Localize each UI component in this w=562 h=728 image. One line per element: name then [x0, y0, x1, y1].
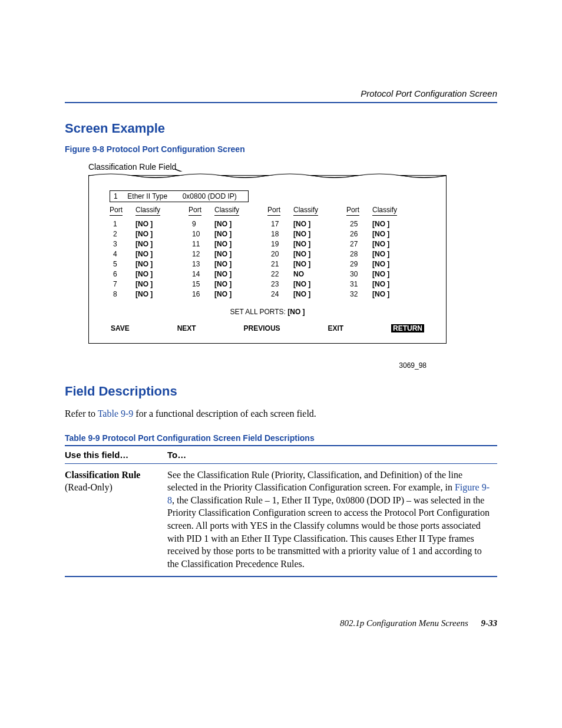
port-classify-value[interactable]: [NO ] — [135, 289, 177, 299]
port-column: PortClassify9[NO ]10[NO ]11[NO ]12[NO ]1… — [189, 206, 267, 299]
port-number: 19 — [267, 239, 293, 249]
page-footer: 802.1p Configuration Menu Screens 9-33 — [65, 618, 497, 628]
port-classify-value[interactable]: [NO ] — [293, 219, 335, 229]
port-classify-value[interactable]: [NO ] — [135, 239, 177, 249]
next-button[interactable]: NEXT — [177, 324, 196, 332]
column-underline — [346, 215, 425, 216]
port-number: 21 — [267, 259, 293, 269]
desc-part-a: See the Classification Rule (Priority, C… — [167, 470, 462, 493]
port-classify-value[interactable]: [NO ] — [293, 259, 335, 269]
port-number: 22 — [267, 269, 293, 279]
classification-def: 0x0800 (DOD IP) — [183, 192, 244, 200]
port-classify-value[interactable]: [NO ] — [372, 279, 414, 289]
previous-button[interactable]: PREVIOUS — [244, 324, 280, 332]
port-number: 1 — [110, 219, 135, 229]
port-classify-value[interactable]: [NO ] — [135, 229, 177, 239]
port-number: 32 — [346, 289, 372, 299]
page-header-right: Protocol Port Configuration Screen — [65, 88, 497, 98]
port-row: 12[NO ] — [189, 249, 267, 259]
port-classify-value[interactable]: [NO ] — [135, 279, 177, 289]
port-classify-value[interactable]: [NO ] — [293, 289, 335, 299]
port-row: 4[NO ] — [110, 249, 189, 259]
column-underline — [267, 215, 346, 216]
port-row: 3[NO ] — [110, 239, 189, 249]
port-row: 11[NO ] — [189, 239, 267, 249]
port-classify-value[interactable]: [NO ] — [372, 289, 414, 299]
port-number: 11 — [189, 239, 214, 249]
field-sub: (Read-Only) — [65, 482, 113, 492]
port-classify-value[interactable]: [NO ] — [293, 249, 335, 259]
refer-text: Refer to Table 9-9 for a functional desc… — [65, 407, 497, 420]
port-row: 27[NO ] — [346, 239, 425, 249]
port-classify-value[interactable]: [NO ] — [214, 259, 256, 269]
port-classify-value[interactable]: [NO ] — [214, 239, 256, 249]
port-table: PortClassify1[NO ]2[NO ]3[NO ]4[NO ]5[NO… — [110, 206, 425, 299]
port-classify-value[interactable]: [NO ] — [214, 219, 256, 229]
figure-caption: Figure 9-8 Protocol Port Configuration S… — [65, 144, 497, 154]
exit-button[interactable]: EXIT — [328, 324, 343, 332]
svg-rect-2 — [88, 172, 447, 175]
column-header-port: Port — [110, 206, 135, 214]
port-number: 4 — [110, 249, 135, 259]
port-classify-value[interactable]: [NO ] — [293, 239, 335, 249]
port-classify-value[interactable]: [NO ] — [214, 229, 256, 239]
set-all-ports-value[interactable]: [NO ] — [287, 308, 305, 316]
set-all-ports-row: SET ALL PORTS: [NO ] — [110, 308, 425, 316]
footer-page-number: 9-33 — [481, 618, 498, 628]
port-classify-value[interactable]: [NO ] — [214, 269, 256, 279]
header-rule — [65, 102, 497, 103]
port-number: 6 — [110, 269, 135, 279]
wavy-border-icon — [88, 172, 447, 180]
port-row: 1[NO ] — [110, 219, 189, 229]
column-header-row: PortClassify — [346, 206, 425, 214]
footer-text: 802.1p Configuration Menu Screens — [340, 618, 468, 628]
port-row: 17[NO ] — [267, 219, 346, 229]
port-classify-value[interactable]: [NO ] — [372, 219, 414, 229]
port-row: 30[NO ] — [346, 269, 425, 279]
port-number: 13 — [189, 259, 214, 269]
desc-part-b: , the Classification Rule – 1, Ether II … — [167, 495, 490, 569]
port-classify-value[interactable]: [NO ] — [372, 249, 414, 259]
port-number: 29 — [346, 259, 372, 269]
port-classify-value[interactable]: [NO ] — [214, 249, 256, 259]
button-row: SAVE NEXT PREVIOUS EXIT RETURN — [110, 324, 425, 332]
port-classify-value[interactable]: [NO ] — [372, 229, 414, 239]
port-classify-value[interactable]: [NO ] — [372, 239, 414, 249]
table-9-9-link[interactable]: Table 9-9 — [98, 409, 134, 419]
port-row: 21[NO ] — [267, 259, 346, 269]
port-row: 20[NO ] — [267, 249, 346, 259]
classification-rule-label: Classification Rule Field — [88, 162, 176, 172]
column-header-classify: Classify — [293, 206, 335, 214]
port-classify-value[interactable]: NO — [293, 269, 335, 279]
refer-pre: Refer to — [65, 409, 98, 419]
column-header-port: Port — [189, 206, 214, 214]
classification-type: Ether II Type — [127, 192, 180, 200]
classification-pid: 1 — [114, 192, 125, 200]
port-classify-value[interactable]: [NO ] — [372, 259, 414, 269]
port-number: 26 — [346, 229, 372, 239]
port-classify-value[interactable]: [NO ] — [135, 269, 177, 279]
column-underline — [110, 215, 189, 216]
port-classify-value[interactable]: [NO ] — [214, 289, 256, 299]
port-classify-value[interactable]: [NO ] — [135, 249, 177, 259]
port-classify-value[interactable]: [NO ] — [135, 259, 177, 269]
port-classify-value[interactable]: [NO ] — [293, 229, 335, 239]
column-header-port: Port — [346, 206, 372, 214]
save-button[interactable]: SAVE — [111, 324, 130, 332]
refer-post: for a functional description of each scr… — [133, 409, 316, 419]
return-button[interactable]: RETURN — [391, 324, 424, 332]
port-column: PortClassify17[NO ]18[NO ]19[NO ]20[NO ]… — [267, 206, 346, 299]
figure-caption-text: Protocol Port Configuration Screen — [104, 144, 245, 154]
port-row: 2[NO ] — [110, 229, 189, 239]
port-classify-value[interactable]: [NO ] — [214, 279, 256, 289]
column-header-row: PortClassify — [189, 206, 267, 214]
port-classify-value[interactable]: [NO ] — [293, 279, 335, 289]
port-number: 8 — [110, 289, 135, 299]
section-screen-example: Screen Example — [65, 121, 497, 136]
port-row: 8[NO ] — [110, 289, 189, 299]
port-column: PortClassify25[NO ]26[NO ]27[NO ]28[NO ]… — [346, 206, 425, 299]
port-classify-value[interactable]: [NO ] — [372, 269, 414, 279]
table-caption: Table 9-9 Protocol Port Configuration Sc… — [65, 433, 497, 443]
port-row: 19[NO ] — [267, 239, 346, 249]
port-classify-value[interactable]: [NO ] — [135, 219, 177, 229]
